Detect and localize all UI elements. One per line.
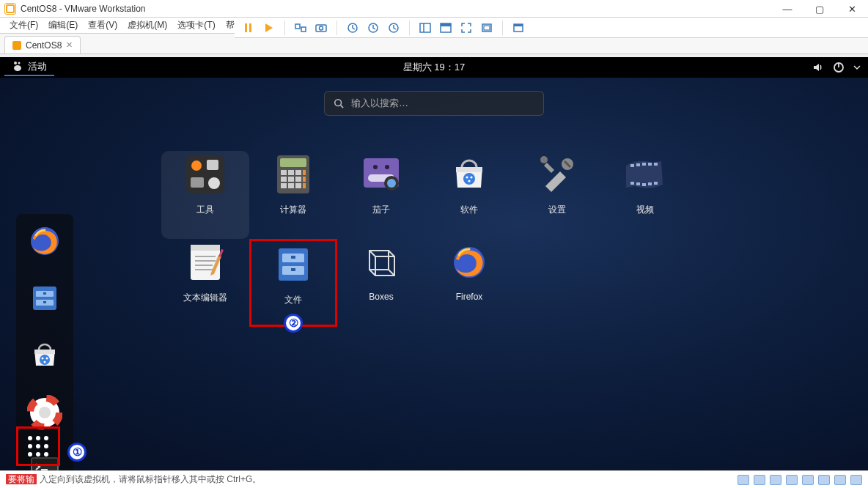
app-settings[interactable]: 设置 (513, 151, 601, 239)
svg-rect-74 (648, 163, 652, 166)
tray-more-icon[interactable] (850, 475, 862, 485)
minimize-button[interactable]: — (771, 0, 803, 18)
toolbar-snapshot-button[interactable] (312, 20, 331, 36)
svg-rect-49 (295, 170, 301, 175)
svg-point-37 (39, 407, 51, 418)
search-icon (334, 98, 344, 108)
app-software[interactable]: 软件 (425, 151, 513, 239)
host-toolbar (235, 18, 868, 38)
svg-rect-43 (191, 177, 204, 188)
topbar-right-status[interactable] (812, 62, 861, 73)
svg-line-95 (389, 251, 394, 256)
toolbar-clock1-icon[interactable] (343, 20, 362, 36)
svg-rect-10 (420, 23, 430, 32)
toolbar-layout2-icon[interactable] (436, 20, 455, 36)
svg-marker-2 (265, 23, 273, 32)
toolbar-unity-icon[interactable] (477, 20, 496, 36)
clock-label[interactable]: 星期六 19：17 (403, 61, 466, 74)
menu-view[interactable]: 查看(V) (83, 19, 122, 32)
window-title: CentOS8 - VMware Workstation (21, 4, 146, 14)
svg-point-65 (463, 173, 475, 185)
svg-point-33 (46, 358, 48, 360)
toolbar-pause-button[interactable] (239, 20, 258, 36)
svg-line-96 (369, 270, 375, 276)
svg-point-23 (335, 100, 342, 106)
toolbar-clock2-icon[interactable] (364, 20, 383, 36)
app-text-editor[interactable]: 文本编辑器 (161, 239, 249, 327)
app-videos[interactable]: 视频 (601, 151, 689, 239)
svg-rect-3 (295, 24, 300, 29)
tray-printer-icon[interactable] (818, 475, 830, 485)
app-label: 视频 (636, 204, 654, 216)
tray-disk-icon[interactable] (738, 475, 749, 485)
app-label: 文件 (284, 294, 302, 306)
app-cheese[interactable]: 茄子 (337, 151, 425, 239)
app-label: Boxes (369, 292, 393, 302)
svg-point-34 (44, 361, 46, 363)
guest-desktop: 活动 星期六 19：17 输入以搜索… (0, 57, 868, 470)
app-utilities[interactable]: 工具 (161, 151, 249, 239)
tray-cd-icon[interactable] (754, 475, 765, 485)
app-label: 软件 (460, 204, 478, 216)
menu-file[interactable]: 文件(F) (4, 19, 43, 32)
app-calculator[interactable]: 计算器 (249, 151, 337, 239)
gnome-foot-icon (12, 61, 23, 73)
tray-net-icon[interactable] (770, 475, 781, 485)
boxes-icon (358, 239, 405, 286)
toolbar-thumbnail-icon[interactable] (509, 20, 528, 36)
host-statusbar: 要将输入定向到该虚拟机，请将鼠标指针移入其中或按 Ctrl+G。 (0, 470, 868, 488)
svg-point-64 (387, 179, 396, 188)
utilities-icon (182, 151, 229, 198)
svg-rect-54 (303, 177, 306, 182)
menu-edit[interactable]: 编辑(E) (43, 19, 83, 32)
show-apps-button[interactable] (16, 426, 60, 466)
close-button[interactable]: ✕ (836, 0, 868, 18)
dock-software[interactable] (23, 334, 66, 377)
toolbar-clock3-icon[interactable] (384, 20, 403, 36)
app-label: 茄子 (372, 204, 390, 216)
maximize-button[interactable]: ▢ (803, 0, 836, 18)
svg-rect-78 (642, 183, 646, 186)
tab-label: CentOS8 (26, 40, 62, 51)
toolbar-send-keys-button[interactable] (291, 20, 310, 36)
svg-rect-71 (630, 164, 634, 167)
search-input[interactable]: 输入以搜索… (324, 91, 544, 116)
toolbar-play-dropdown[interactable] (260, 20, 279, 36)
svg-line-24 (341, 106, 344, 108)
power-icon (833, 62, 845, 73)
tray-sound-icon[interactable] (802, 475, 814, 485)
tab-centos8[interactable]: CentOS8 ✕ (4, 36, 81, 53)
menu-tabs[interactable]: 选项卡(T) (172, 19, 220, 32)
svg-rect-55 (281, 183, 287, 188)
svg-rect-4 (301, 27, 306, 32)
tab-close-button[interactable]: ✕ (66, 40, 73, 50)
toolbar-layout1-icon[interactable] (416, 20, 435, 36)
svg-rect-72 (636, 163, 640, 166)
svg-rect-46 (280, 158, 306, 167)
calculator-icon (270, 151, 317, 198)
svg-rect-76 (630, 182, 634, 185)
tab-vm-icon (12, 41, 21, 50)
svg-rect-52 (288, 177, 294, 182)
svg-rect-15 (484, 26, 490, 30)
app-firefox[interactable]: Firefox (425, 239, 513, 327)
dock-firefox[interactable] (23, 220, 66, 262)
app-boxes[interactable]: Boxes (337, 239, 425, 327)
svg-rect-57 (295, 183, 301, 188)
firefox-icon (29, 225, 61, 257)
svg-rect-1 (249, 23, 251, 32)
status-prefix: 要将输 (6, 474, 37, 484)
tray-display-icon[interactable] (834, 475, 846, 485)
menu-vm[interactable]: 虚拟机(M) (122, 19, 172, 32)
activities-button[interactable]: 活动 (4, 59, 54, 76)
app-label: 工具 (196, 204, 214, 216)
tray-usb-icon[interactable] (786, 475, 798, 485)
svg-rect-56 (288, 183, 294, 188)
svg-point-70 (540, 156, 548, 163)
svg-rect-30 (43, 301, 46, 303)
toolbar-fullscreen-icon[interactable] (457, 20, 476, 36)
svg-rect-13 (441, 23, 451, 26)
dock-files[interactable] (23, 277, 66, 319)
svg-rect-90 (291, 256, 295, 259)
window-controls: — ▢ ✕ (771, 0, 868, 18)
